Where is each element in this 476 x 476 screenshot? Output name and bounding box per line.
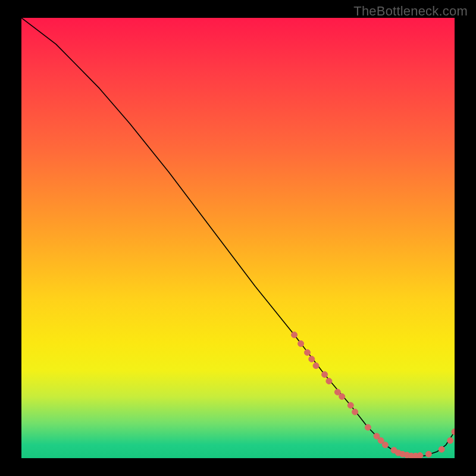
bottleneck-curve-path — [21, 18, 455, 456]
sample-dot — [298, 341, 304, 347]
sample-dot — [425, 451, 431, 457]
sample-dots-group — [292, 332, 455, 458]
sample-dot — [365, 424, 371, 430]
sample-dot — [292, 332, 298, 338]
sample-dot — [326, 378, 332, 384]
sample-dot — [417, 453, 423, 458]
watermark-text: TheBottleneck.com — [353, 4, 468, 19]
sample-dot — [452, 429, 455, 435]
sample-dot — [383, 442, 389, 448]
plot-area — [21, 18, 455, 458]
curve-svg — [21, 18, 455, 458]
sample-dot — [339, 393, 345, 399]
sample-dot — [347, 402, 353, 408]
sample-dot — [305, 349, 311, 355]
sample-dot — [352, 409, 358, 415]
chart-frame: TheBottleneck.com — [0, 0, 476, 476]
sample-dot — [439, 446, 444, 452]
sample-dot — [447, 437, 453, 443]
sample-dot — [309, 356, 315, 362]
sample-dot — [322, 371, 328, 377]
sample-dot — [313, 363, 319, 369]
